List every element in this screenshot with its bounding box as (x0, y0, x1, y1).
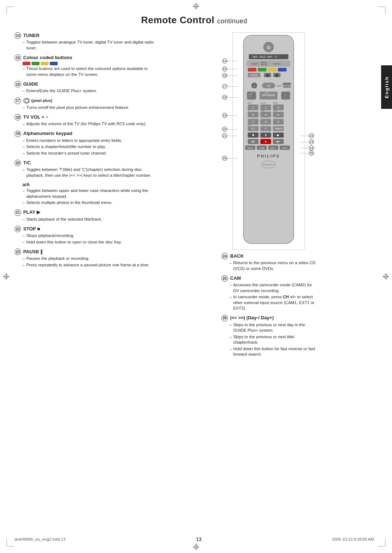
reg-mark-top (193, 3, 199, 9)
annotation-25: 25 (301, 151, 314, 156)
corner-mark-bl (7, 539, 14, 546)
svg-text:DEVICE: DEVICE (261, 64, 268, 66)
section-25-title: 25 CAM (221, 275, 316, 282)
svg-text:TV: TV (274, 56, 278, 58)
title-20: T/C (23, 160, 31, 165)
annotation-22: 22 (301, 133, 314, 138)
section-14: 14 TUNER – Toggles between analogue TV t… (15, 32, 156, 51)
section-20-body: – Toggles between 'T'(title) and 'C'(cha… (23, 167, 156, 178)
title-17-icon: ◯ (23, 98, 30, 103)
svg-text:SUB: SUB (273, 110, 277, 112)
section-21: 21 PLAY ▶ – Starts playback of the selec… (15, 209, 156, 222)
section-16: 16 GUIDE – Enters/Exits the GUIDE Plus+ … (15, 81, 156, 94)
footer: dvdr9000h_eu_eng2.indd 13 13 2005-10-13 … (15, 536, 374, 542)
svg-text:AMP: AMP (267, 56, 272, 58)
reg-mark-left (3, 273, 9, 280)
title-24: BACK (230, 253, 244, 259)
bullet-25-2: – In camcorder mode, press CH +/− to sel… (229, 294, 316, 311)
page-number: 13 (196, 536, 202, 542)
svg-text:a/A: a/A (248, 124, 251, 126)
title-continued: continued (217, 17, 248, 25)
bullet-19-1: – Enters numbers or letters in appropria… (23, 138, 156, 144)
svg-text:●: ● (265, 140, 266, 143)
svg-text:−: − (250, 99, 252, 102)
num-23: 23 (15, 249, 21, 255)
reg-mark-right (383, 273, 389, 280)
svg-text:HDD: HDD (252, 56, 257, 58)
colour-buttons (23, 62, 156, 65)
corner-mark-br (378, 539, 385, 546)
bullet-17-1: – Turns on/off the pixel plus picture en… (23, 105, 156, 111)
svg-text:CAM: CAM (260, 147, 264, 149)
annotation-26: 26 (222, 156, 237, 161)
annotation-15: 15 (222, 66, 237, 71)
section-15: 15 Colour coded buttons – These buttons … (15, 54, 156, 77)
section-16-title: 16 GUIDE (15, 81, 156, 87)
svg-text:VOL: VOL (248, 94, 252, 96)
annotation-21: 21 (222, 133, 237, 138)
title-22: STOP ■ (23, 226, 40, 232)
corner-mark-tr (378, 7, 385, 14)
svg-text:⏮: ⏮ (252, 140, 255, 143)
svg-text:REC: REC (248, 102, 252, 104)
svg-text:5: 5 (265, 113, 267, 116)
reg-mark-bottom (193, 544, 199, 550)
svg-text:−: − (285, 99, 286, 102)
svg-text:PHILIPS: PHILIPS (257, 154, 280, 158)
section-26-title: 26 |<< >>| (Day-/ Day+) (221, 315, 316, 321)
bullet-22-1: – Stops playback/recording. (23, 233, 156, 239)
section-17-body: – Turns on/off the pixel plus picture en… (23, 105, 156, 111)
section-17: 17 ◯ (pixel plus) – Turns on/off the pix… (15, 98, 156, 111)
svg-text:TIMER: TIMER (274, 127, 282, 130)
svg-text:⏭: ⏭ (277, 140, 280, 143)
section-19-body: – Enters numbers or letters in appropria… (23, 138, 156, 156)
bullet-21-1: – Starts playback of the selected title/… (23, 217, 156, 222)
svg-text:+: + (285, 94, 286, 97)
svg-text:TV/DVD: TV/DVD (273, 63, 281, 65)
bullet-aA-2: – Selects multiple photos in the thumbna… (23, 200, 156, 206)
title-16: GUIDE (23, 81, 38, 87)
svg-text:CH: CH (289, 96, 292, 98)
svg-text:3: 3 (278, 106, 279, 109)
section-22-title: 22 STOP ■ (15, 226, 156, 232)
annotation-17: 17 (222, 84, 237, 89)
svg-rect-14 (258, 68, 266, 71)
english-tab: English (381, 65, 392, 109)
annotation-14: 14 (222, 58, 237, 64)
svg-text:T/C: T/C (251, 127, 255, 130)
section-22-body: – Stops playback/recording. – Hold down … (23, 233, 156, 245)
svg-text:SLOW: SLOW (260, 102, 266, 104)
title-19: Alphanumeric keypad (23, 131, 72, 136)
svg-text:◎: ◎ (253, 85, 255, 87)
section-15-body: – These buttons are used to select the c… (23, 66, 156, 77)
section-19: 19 Alphanumeric keypad – Enters numbers … (15, 131, 156, 156)
svg-rect-15 (268, 68, 277, 71)
svg-text:8: 8 (265, 120, 267, 124)
svg-text:1: 1 (252, 106, 254, 109)
blue-button (50, 62, 58, 65)
svg-rect-16 (278, 68, 287, 71)
section-25: 25 CAM – Accesses the camcorder mode (CA… (221, 275, 316, 311)
section-26: 26 |<< >>| (Day-/ Day+) – Skips to the p… (221, 315, 316, 357)
section-14-title: 14 TUNER (15, 32, 156, 39)
section-19-title: 19 Alphanumeric keypad (15, 131, 156, 137)
num-17: 17 (15, 98, 21, 104)
remote-wrapper: ⏻ HDD SACD AMP TV TUNER SELECT DEVICE TV… (221, 32, 316, 250)
svg-text:TV: TV (249, 96, 252, 98)
svg-text:OK: OK (267, 84, 271, 87)
section-23-body: – Pauses the playback or recording. – Pr… (23, 256, 156, 268)
title-18: TV VOL + − (23, 114, 48, 120)
svg-text:9: 9 (278, 120, 279, 124)
num-25: 25 (221, 275, 228, 282)
svg-text:4: 4 (248, 110, 249, 112)
title-26: |<< >>| (Day-/ Day+) (230, 315, 274, 320)
svg-text:SUBT: SUBT (273, 102, 278, 104)
svg-text:7: 7 (252, 120, 254, 124)
annotation-16: 16 (222, 73, 237, 78)
section-17-title: 17 ◯ (pixel plus) (15, 98, 156, 104)
bullet-aA-1: – Toggles between upper and lower case c… (23, 188, 156, 199)
title-23: PAUSE ‖ (23, 249, 43, 254)
footer-right: 2005-10-13 9:18:05 AM (332, 537, 374, 541)
title-25: CAM (230, 275, 241, 281)
annotation-19: 19 (222, 113, 237, 118)
